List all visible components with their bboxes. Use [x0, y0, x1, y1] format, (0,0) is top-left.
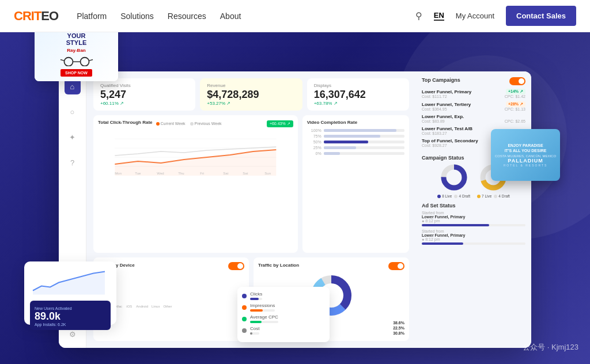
traffic-location-toggle[interactable]: [388, 262, 404, 270]
kpi-label-2: Displays: [314, 83, 402, 88]
new-users-label: New Users Activated: [35, 306, 106, 310]
kpi-value-1: $4,728,289: [207, 89, 295, 100]
popup-row-clicks: Clicks: [242, 291, 325, 300]
shop-now-button[interactable]: SHOP NOW: [60, 69, 92, 77]
kpi-value-2: 16,307,642: [314, 89, 402, 100]
ctr-chart-card: Total Click-Through Rate Current Week Pr…: [93, 115, 298, 253]
svg-text:Wed: Wed: [157, 172, 164, 175]
adset-status-section: Ad Set Status Started from Lower Funnel,…: [422, 203, 525, 248]
svg-text:Fri: Fri: [200, 172, 204, 175]
dashboard-right-panel: Top Campaigns Lower Funnel, Primary +14%…: [416, 71, 531, 348]
navbar: CRITEO Platform Solutions Resources Abou…: [0, 0, 590, 32]
kpi-change-2: +63.78% ↗: [314, 101, 402, 106]
new-users-value: 89.0k: [35, 310, 106, 323]
svg-text:Tue: Tue: [135, 172, 141, 175]
svg-point-1: [80, 58, 89, 66]
dashboard-card: ⌂ ○ ✦ ? ⚙ Qualified Visits 5,247 +60.11%…: [59, 71, 531, 348]
status-donut-1: 8 Live 4 Draft: [437, 163, 470, 198]
nav-links: Platform Solutions Resources About: [77, 11, 241, 21]
search-icon[interactable]: ⚲: [415, 10, 422, 21]
svg-marker-29: [33, 272, 105, 295]
vcr-bars: 100% 75% 50% 25% 0%: [307, 128, 404, 156]
kpi-label-1: Revenue: [207, 83, 295, 88]
campaign-row-1: Lower Funnel, Tertiery +28% ↗ Cost: $364…: [422, 101, 525, 111]
nav-resources[interactable]: Resources: [168, 12, 206, 21]
my-account-link[interactable]: My Account: [456, 12, 494, 20]
new-users-sub: App Installs: 6.2K: [35, 323, 106, 327]
kpi-change-0: +60.11% ↗: [100, 101, 188, 106]
popup-row-cost: Cost: [242, 326, 325, 335]
metrics-popup-card: Clicks Impressions Average CPC: [237, 287, 330, 342]
svg-text:Mon: Mon: [115, 172, 122, 175]
campaign-row-0: Lower Funnel, Primary +14% ↗ Cost: $111.…: [422, 89, 525, 98]
popup-row-cpc: Average CPC: [242, 314, 325, 323]
nav-solutions[interactable]: Solutions: [120, 12, 154, 21]
svg-text:Sat: Sat: [243, 172, 248, 175]
adset-status-title: Ad Set Status: [422, 203, 525, 208]
vcr-chart-card: Video Completion Rate 100% 75% 50% 25% 0…: [302, 115, 409, 253]
svg-text:Sun: Sun: [264, 172, 271, 175]
traffic-device-toggle[interactable]: [228, 262, 244, 270]
traffic-device-card: Traffic by Device Windows Mac iOS Androi…: [93, 257, 249, 341]
palladium-logo: PALLADIUM: [508, 158, 543, 164]
vcr-title: Video Completion Rate: [307, 120, 404, 125]
adset-row-1: Started from Lower Funnel, Primary ● 8:1…: [422, 229, 525, 245]
wechat-watermark: 公众号 · Kjmj123: [523, 342, 578, 352]
logo[interactable]: CRITEO: [14, 9, 58, 24]
traffic-location-title: Traffic by Location: [258, 263, 299, 268]
nav-right: ⚲ EN My Account Contact Sales: [415, 6, 576, 26]
svg-point-0: [64, 58, 73, 66]
adset-row-0: Started from Lower Funnel, Primary ● 8:1…: [422, 211, 525, 226]
new-users-card: New Users Activated 89.0k App Installs: …: [24, 261, 116, 325]
svg-text:Sat: Sat: [223, 172, 228, 175]
kpi-displays: Displays 16,307,642 +63.78% ↗: [307, 78, 409, 111]
svg-line-4: [89, 60, 93, 61]
rayban-brand: Ray-Ban: [67, 48, 85, 53]
charts-row: Total Click-Through Rate Current Week Pr…: [93, 115, 409, 253]
svg-point-25: [449, 173, 459, 182]
contact-sales-button[interactable]: Contact Sales: [506, 6, 576, 26]
ctr-title: Total Click-Through Rate: [98, 120, 153, 125]
svg-line-3: [60, 60, 64, 61]
ctr-legend: Current Week Previous Week: [156, 122, 222, 126]
language-selector[interactable]: EN: [434, 11, 444, 21]
hero-section: 1. CHOOSEYOURSTYLE Ray-Ban SHOP NOW ⌂ ○ …: [0, 32, 590, 364]
nav-about[interactable]: About: [220, 12, 241, 21]
palladium-tagline: ENJOY PARADISEIT'S ALL YOU DESIRE: [505, 143, 547, 153]
kpi-row: Qualified Visits 5,247 +60.11% ↗ Revenue…: [93, 78, 409, 111]
nav-platform[interactable]: Platform: [77, 12, 107, 21]
kpi-revenue: Revenue $4,728,289 +53.27% ↗: [200, 78, 302, 111]
new-users-footer: New Users Activated 89.0k App Installs: …: [30, 301, 111, 330]
svg-text:Thu: Thu: [178, 172, 184, 175]
sidebar-help-icon[interactable]: ?: [65, 154, 81, 170]
popup-row-impressions: Impressions: [242, 303, 325, 312]
ctr-line-chart: Mon Tue Wed Thu Fri Sat Sat Sun: [98, 130, 293, 176]
kpi-label-0: Qualified Visits: [100, 83, 188, 88]
rayban-ad-card: 1. CHOOSEYOURSTYLE Ray-Ban SHOP NOW: [35, 32, 118, 81]
sidebar-star-icon[interactable]: ✦: [65, 129, 81, 145]
glasses-icon: [59, 55, 94, 66]
kpi-value-0: 5,247: [100, 89, 188, 100]
palladium-ad-card: ENJOY PARADISEIT'S ALL YOU DESIRE COSTA …: [491, 129, 560, 181]
kpi-change-1: +53.27% ↗: [207, 101, 295, 106]
status-donut-blue: [440, 163, 468, 192]
new-users-line-chart: [30, 267, 111, 296]
top-campaigns-toggle[interactable]: [509, 77, 525, 85]
kpi-qualified-visits: Qualified Visits 5,247 +60.11% ↗: [93, 78, 195, 111]
device-bars: Windows Mac iOS Android Linux Other: [98, 274, 244, 308]
campaign-row-2: Lower Funnel, Exp. Cost: $83.89CPC: $2.6…: [422, 114, 525, 123]
top-campaigns-title: Top Campaigns: [422, 77, 460, 83]
ad-choose-text: CHOOSEYOURSTYLE: [63, 32, 90, 46]
sidebar-clock-icon[interactable]: ○: [65, 104, 81, 120]
ctr-badge: +60.43% ↗: [267, 120, 293, 127]
